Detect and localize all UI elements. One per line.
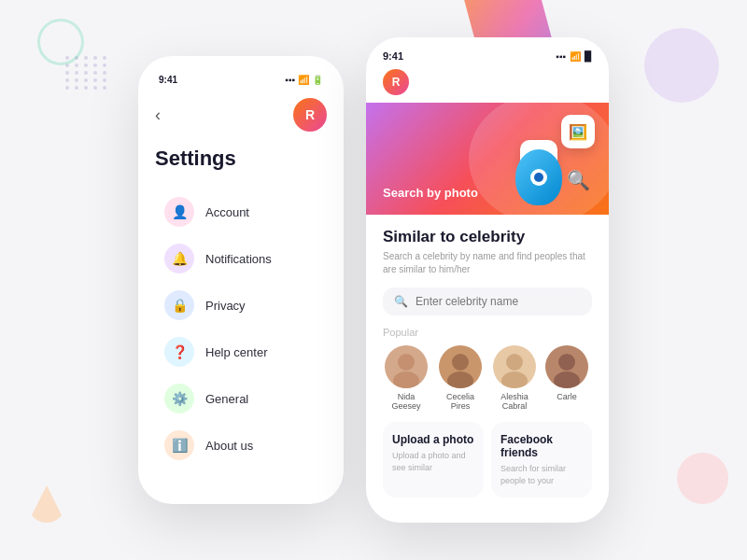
settings-item-about[interactable]: ℹ️ About us <box>155 423 327 468</box>
svg-point-3 <box>447 371 473 388</box>
similar-celebrity-title: Similar to celebrity <box>383 228 592 246</box>
left-status-icons: ▪▪▪ 📶 🔋 <box>285 75 323 85</box>
about-label: About us <box>205 439 253 453</box>
monster-eye <box>530 169 547 186</box>
settings-phone: 9:41 ▪▪▪ 📶 🔋 ‹ R Settings 👤 Account 🔔 No… <box>138 56 344 504</box>
popular-avatar-4 <box>545 345 588 388</box>
search-by-photo-label: Search by photo <box>383 186 478 200</box>
search-icon: 🔍 <box>394 295 408 308</box>
svg-point-6 <box>558 354 575 371</box>
about-icon: ℹ️ <box>164 430 194 460</box>
left-time: 9:41 <box>159 75 177 85</box>
popular-avatar-2 <box>439 345 482 388</box>
svg-point-5 <box>501 371 528 388</box>
wifi-icon: 📶 <box>298 75 309 85</box>
right-battery-icon: ▉ <box>585 51 592 62</box>
right-status-bar: 9:41 ▪▪▪ 📶 ▉ <box>366 37 609 69</box>
back-button[interactable]: ‹ <box>155 105 161 125</box>
svg-point-7 <box>554 371 580 388</box>
account-icon: 👤 <box>164 197 194 227</box>
avatar[interactable]: R <box>293 98 327 132</box>
right-main-content: Similar to celebrity Search a celebrity … <box>366 215 609 511</box>
battery-icon: 🔋 <box>312 75 323 85</box>
signal-icon: ▪▪▪ <box>285 75 295 85</box>
monster-illustration: 🖼️ 📷 🔍 <box>478 107 599 210</box>
notifications-icon: 🔔 <box>164 244 194 273</box>
right-header: R <box>366 69 609 95</box>
popular-avatar-3 <box>493 345 536 388</box>
settings-list: 👤 Account 🔔 Notifications 🔒 Privacy ❓ He… <box>155 189 327 468</box>
popular-list: Nida Geesey Cecelia Pires <box>383 345 592 411</box>
help-label: Help center <box>205 345 267 359</box>
notifications-label: Notifications <box>205 252 272 266</box>
popular-name-3: Aleshia Cabral <box>491 392 538 411</box>
svg-point-1 <box>393 371 419 388</box>
search-phone: 9:41 ▪▪▪ 📶 ▉ R 🖼️ 📷 <box>366 37 609 523</box>
popular-item-3[interactable]: Aleshia Cabral <box>491 345 538 411</box>
photo-card-1: 🖼️ <box>561 115 595 148</box>
upload-photo-card[interactable]: Upload a photo Upload a photo and see si… <box>383 422 484 497</box>
settings-header: ‹ R <box>155 98 327 132</box>
right-status-icons: ▪▪▪ 📶 ▉ <box>556 51 592 62</box>
popular-item-1[interactable]: Nida Geesey <box>383 345 430 411</box>
magnifier-icon: 🔍 <box>567 169 590 191</box>
privacy-icon: 🔒 <box>164 290 194 320</box>
right-avatar[interactable]: R <box>383 69 409 95</box>
celebrity-search-input[interactable] <box>416 295 581 308</box>
settings-title: Settings <box>155 147 327 171</box>
search-input-container[interactable]: 🔍 <box>383 287 592 315</box>
popular-item-2[interactable]: Cecelia Pires <box>437 345 484 411</box>
general-icon: ⚙️ <box>164 384 194 413</box>
facebook-friends-title: Facebook friends <box>500 433 583 459</box>
right-time: 9:41 <box>383 50 403 62</box>
bottom-cards: Upload a photo Upload a photo and see si… <box>383 422 592 497</box>
left-status-bar: 9:41 ▪▪▪ 📶 🔋 <box>155 75 327 85</box>
svg-point-0 <box>398 354 415 371</box>
svg-point-4 <box>506 354 523 371</box>
settings-item-help[interactable]: ❓ Help center <box>155 329 327 374</box>
right-signal-icon: ▪▪▪ <box>556 51 566 62</box>
popular-name-1: Nida Geesey <box>383 392 430 411</box>
settings-item-account[interactable]: 👤 Account <box>155 189 327 234</box>
popular-item-4[interactable]: Carle <box>545 345 588 411</box>
popular-name-4: Carle <box>557 392 577 401</box>
monster-pupil <box>534 173 543 182</box>
popular-avatar-1 <box>385 345 428 388</box>
similar-celebrity-subtitle: Search a celebrity by name and find peop… <box>383 250 592 276</box>
settings-item-general[interactable]: ⚙️ General <box>155 376 327 421</box>
upload-photo-title: Upload a photo <box>392 433 474 446</box>
facebook-friends-card[interactable]: Facebook friends Search for similar peop… <box>491 422 592 497</box>
popular-name-2: Cecelia Pires <box>437 392 484 411</box>
right-phone-inner: 9:41 ▪▪▪ 📶 ▉ R 🖼️ 📷 <box>366 37 609 523</box>
right-wifi-icon: 📶 <box>570 51 581 62</box>
facebook-friends-text: Search for similar people to your <box>500 463 583 486</box>
settings-item-notifications[interactable]: 🔔 Notifications <box>155 236 327 281</box>
help-icon: ❓ <box>164 337 194 367</box>
main-container: 9:41 ▪▪▪ 📶 🔋 ‹ R Settings 👤 Account 🔔 No… <box>0 0 747 560</box>
popular-label: Popular <box>383 327 592 338</box>
monster-body <box>515 149 562 205</box>
svg-point-2 <box>452 354 469 371</box>
upload-photo-text: Upload a photo and see similar <box>392 450 474 473</box>
account-label: Account <box>205 205 249 219</box>
privacy-label: Privacy <box>205 299 246 313</box>
settings-item-privacy[interactable]: 🔒 Privacy <box>155 283 327 328</box>
general-label: General <box>205 392 248 406</box>
hero-section: 🖼️ 📷 🔍 Search by photo <box>366 103 609 215</box>
